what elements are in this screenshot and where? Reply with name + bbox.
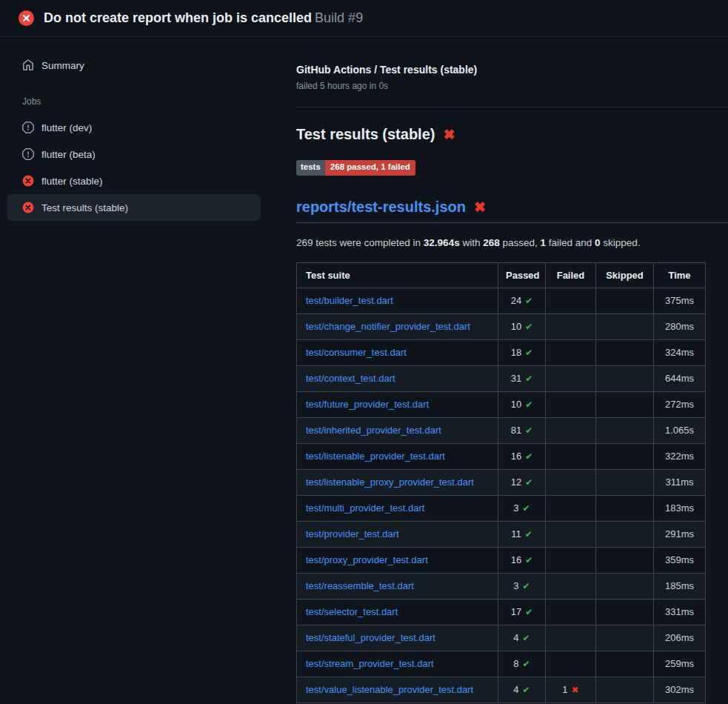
failed-cell [546,495,596,521]
check-icon: ✔ [525,607,532,617]
time-cell: 359ms [654,547,706,573]
sidebar-job-item[interactable]: flutter (beta) [7,141,261,167]
header-time: Time [654,262,706,288]
test-suite-link[interactable]: test/future_provider_test.dart [306,399,429,410]
test-suite-link[interactable]: test/value_listenable_provider_test.dart [306,684,473,695]
time-cell: 183ms [654,495,706,521]
sidebar-job-item[interactable]: flutter (dev) [7,114,261,141]
skipped-count: 0 [595,237,601,248]
x-icon: ✖ [572,685,579,695]
table-row: test/stateful_provider_test.dart4✔206ms [297,625,706,651]
skipped-cell [596,288,654,313]
check-icon: ✔ [525,529,532,539]
results-table-body: test/builder_test.dart24✔375mstest/chang… [297,288,706,703]
table-row: test/provider_test.dart11✔291ms [297,521,706,547]
table-row: test/builder_test.dart24✔375ms [297,288,706,313]
skipped-cell [596,417,654,443]
passed-cell: 4✔ [498,625,546,651]
skipped-cell [596,651,654,677]
passed-cell: 16✔ [498,547,546,573]
results-table: Test suite Passed Failed Skipped Time te… [296,262,706,703]
suite-cell: test/multi_provider_test.dart [297,495,498,521]
suite-cell: test/context_test.dart [297,365,498,391]
suite-cell: test/reassemble_test.dart [297,573,498,599]
time-cell: 259ms [654,651,706,677]
check-icon: ✔ [523,659,530,669]
total-duration: 32.964s [424,237,460,248]
test-suite-link[interactable]: test/stateful_provider_test.dart [306,632,435,643]
skipped-cell [596,547,654,573]
suite-cell: test/value_listenable_provider_test.dart [297,677,498,703]
skipped-cell [596,599,654,625]
section-heading: Test results (stable)✖ [296,126,728,143]
check-icon: ✔ [523,581,530,591]
test-suite-link[interactable]: test/multi_provider_test.dart [306,502,424,514]
table-row: test/value_listenable_provider_test.dart… [297,677,706,703]
skipped-cell [596,313,654,339]
header-test-suite: Test suite [297,262,498,288]
test-suite-link[interactable]: test/listenable_provider_test.dart [306,451,445,462]
passed-count: 268 [483,237,500,248]
suite-cell: test/builder_test.dart [297,288,498,313]
failed-cell [546,339,596,365]
sidebar-job-item[interactable]: Test results (stable) [7,194,261,221]
check-icon: ✔ [525,322,532,332]
header-skipped: Skipped [596,262,654,288]
sidebar-job-item[interactable]: flutter (stable) [7,167,261,194]
failed-x-icon: ✖ [443,127,455,142]
test-suite-link[interactable]: test/context_test.dart [306,373,395,384]
failed-cell [546,313,596,339]
suite-cell: test/inherited_provider_test.dart [297,417,498,443]
time-cell: 1.065s [654,417,706,443]
time-cell: 644ms [654,365,706,391]
skipped-cell [596,677,654,703]
job-label: Test results (stable) [41,202,128,213]
passed-cell: 31✔ [498,365,546,391]
test-suite-link[interactable]: test/reassemble_test.dart [306,580,414,591]
sidebar-summary-label: Summary [41,60,84,71]
time-cell: 322ms [654,443,706,469]
cancelled-stop-icon [22,148,34,160]
table-row: test/consumer_test.dart18✔324ms [297,339,706,365]
test-suite-link[interactable]: test/proxy_provider_test.dart [306,554,428,565]
sidebar-item-summary[interactable]: Summary [7,52,261,79]
suite-cell: test/selector_test.dart [297,599,498,625]
table-row: test/reassemble_test.dart3✔185ms [297,573,706,599]
report-link[interactable]: reports/test-results.json [296,199,466,216]
breadcrumb: GitHub Actions / Test results (stable) [296,64,728,76]
check-icon: ✔ [523,633,530,643]
section-title: Test results (stable) [296,126,435,143]
failed-cell [546,391,596,417]
passed-cell: 81✔ [498,417,546,443]
failed-cell [546,599,596,625]
table-row: test/listenable_proxy_provider_test.dart… [297,469,706,495]
test-suite-link[interactable]: test/change_notifier_provider_test.dart [306,321,470,332]
passed-cell: 16✔ [498,443,546,469]
check-icon: ✔ [525,296,532,306]
check-icon: ✔ [525,348,532,358]
suite-cell: test/listenable_provider_test.dart [297,443,498,469]
test-suite-link[interactable]: test/inherited_provider_test.dart [306,425,441,436]
test-suite-link[interactable]: test/stream_provider_test.dart [306,658,434,669]
table-row: test/multi_provider_test.dart3✔183ms [297,495,706,521]
suite-cell: test/future_provider_test.dart [297,391,498,417]
table-row: test/future_provider_test.dart10✔272ms [297,391,706,417]
test-suite-link[interactable]: test/consumer_test.dart [306,347,407,358]
passed-cell: 3✔ [498,495,546,521]
test-suite-link[interactable]: test/selector_test.dart [306,606,398,617]
time-cell: 280ms [654,313,706,339]
test-suite-link[interactable]: test/provider_test.dart [306,528,399,539]
cancelled-stop-icon [22,122,34,133]
test-suite-link[interactable]: test/builder_test.dart [306,295,393,306]
skipped-cell [596,469,654,495]
passed-cell: 18✔ [498,339,546,365]
check-icon: ✔ [525,425,532,436]
skipped-cell [596,573,654,599]
check-icon: ✔ [525,373,532,384]
test-suite-link[interactable]: test/listenable_proxy_provider_test.dart [306,476,474,488]
failed-cell [546,547,596,573]
failed-count: 1 [541,237,547,248]
failed-cell [546,521,596,547]
table-row: test/listenable_provider_test.dart16✔322… [297,443,706,469]
passed-cell: 11✔ [498,521,546,547]
